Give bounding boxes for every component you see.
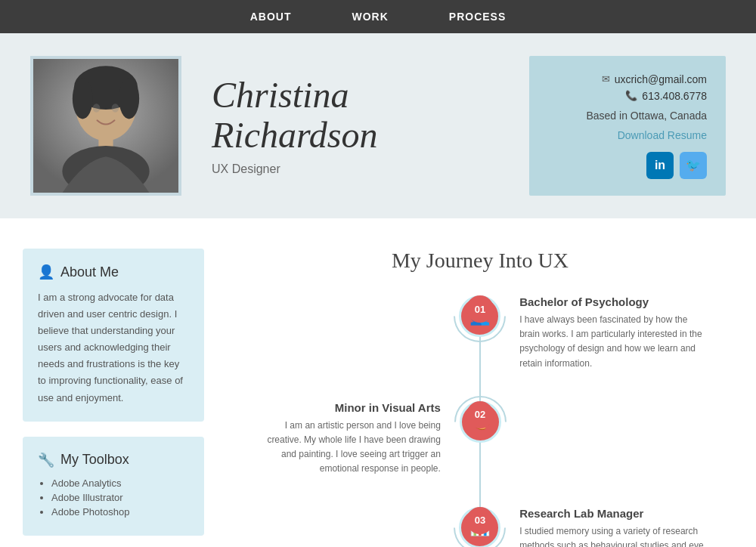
- timeline-desc-02: I am an artistic person and I love being…: [253, 419, 441, 477]
- svg-point-5: [119, 79, 139, 119]
- email-text: uxcrich@gmail.com: [615, 73, 707, 85]
- person-icon: 👤: [38, 264, 54, 280]
- profile-photo: [33, 56, 178, 196]
- timeline-number-02: 02: [466, 401, 494, 428]
- wrench-icon: 🔧: [38, 452, 54, 468]
- journey-title: My Journey Into UX: [227, 249, 733, 273]
- timeline-content-02: Minor in Visual Arts I am an artistic pe…: [242, 401, 452, 477]
- timeline-content-03: Research Lab Manager I studied memory us…: [508, 507, 718, 548]
- navigation: ABOUT WORK PROCESS: [0, 0, 756, 33]
- nav-process[interactable]: PROCESS: [449, 11, 506, 23]
- tool-item: Adobe Illustrator: [51, 492, 189, 503]
- timeline-item-03: 03 📊 Research Lab Manager I studied memo…: [242, 507, 718, 548]
- phone-item: 📞 613.408.6778: [548, 90, 707, 102]
- name-section: Christina Richardson UX Designer: [204, 76, 507, 177]
- main-content: 👤 About Me I am a strong advocate for da…: [0, 218, 756, 547]
- timeline-desc-03: I studied memory using a variety of rese…: [519, 524, 707, 548]
- phone-icon: 📞: [625, 90, 637, 101]
- svg-point-4: [73, 79, 93, 119]
- svg-point-7: [112, 104, 119, 113]
- contact-section: ✉ uxcrich@gmail.com 📞 613.408.6778 Based…: [529, 56, 726, 196]
- header-section: Christina Richardson UX Designer ✉ uxcri…: [0, 33, 756, 218]
- svg-point-6: [93, 104, 101, 113]
- nav-about[interactable]: ABOUT: [250, 11, 292, 23]
- download-resume-link[interactable]: Download Resume: [548, 129, 707, 141]
- toolbox-title: 🔧 My Toolbox: [38, 452, 189, 468]
- timeline-number-01: 01: [466, 295, 494, 323]
- toolbox-card: 🔧 My Toolbox Adobe Analytics Adobe Illus…: [23, 437, 204, 536]
- tool-item: Adobe Analytics: [51, 477, 189, 489]
- twitter-icon[interactable]: 🐦: [680, 152, 707, 179]
- about-me-title: 👤 About Me: [38, 264, 189, 280]
- nav-work[interactable]: WORK: [352, 11, 388, 23]
- timeline-title-01: Bachelor of Psychology: [519, 295, 707, 308]
- timeline-title-02: Minor in Visual Arts: [253, 401, 441, 414]
- timeline-number-03: 03: [466, 507, 494, 534]
- about-me-card: 👤 About Me I am a strong advocate for da…: [23, 249, 204, 422]
- email-icon: ✉: [602, 73, 610, 85]
- timeline-item-01: 01 👥 Bachelor of Psychology I have alway…: [242, 295, 718, 371]
- tools-list: Adobe Analytics Adobe Illustrator Adobe …: [38, 477, 189, 518]
- timeline-title-03: Research Lab Manager: [519, 507, 707, 520]
- timeline-content-01: Bachelor of Psychology I have always bee…: [508, 295, 718, 371]
- location-text: Based in Ottawa, Canada: [548, 110, 707, 122]
- person-name: Christina Richardson: [212, 76, 507, 156]
- journey-section: My Journey Into UX 01 👥 Bachelor of Psyc…: [227, 249, 733, 547]
- profile-photo-wrapper: [30, 56, 181, 196]
- timeline-desc-01: I have always been fascinated by how the…: [519, 313, 707, 371]
- tool-item: Adobe Photoshop: [51, 506, 189, 518]
- sidebar: 👤 About Me I am a strong advocate for da…: [23, 249, 204, 547]
- timeline: 01 👥 Bachelor of Psychology I have alway…: [227, 295, 733, 547]
- phone-text: 613.408.6778: [642, 90, 707, 102]
- linkedin-icon[interactable]: in: [646, 152, 674, 179]
- social-icons: in 🐦: [548, 152, 707, 179]
- person-title: UX Designer: [212, 162, 507, 176]
- profile-svg: [33, 56, 178, 196]
- timeline-item-02: 02 🎨 Minor in Visual Arts I am an artist…: [242, 401, 718, 477]
- email-item: ✉ uxcrich@gmail.com: [548, 73, 707, 85]
- about-me-text: I am a strong advocate for data driven a…: [38, 289, 189, 406]
